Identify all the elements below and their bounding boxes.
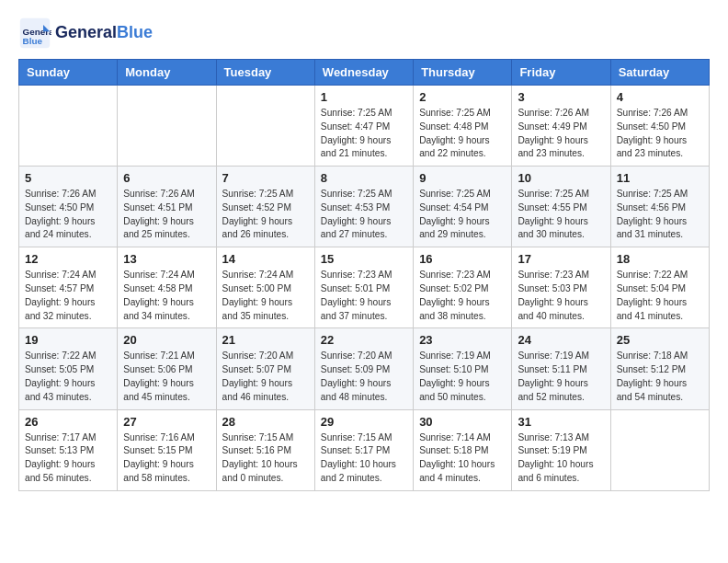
day-number: 20 (123, 333, 210, 347)
day-number: 9 (419, 171, 506, 185)
day-info: Sunrise: 7:23 AM Sunset: 5:02 PM Dayligh… (419, 269, 506, 323)
day-number: 1 (321, 90, 407, 104)
calendar-cell: 17Sunrise: 7:23 AM Sunset: 5:03 PM Dayli… (512, 247, 610, 328)
day-number: 31 (518, 415, 604, 429)
day-info: Sunrise: 7:25 AM Sunset: 4:53 PM Dayligh… (321, 188, 407, 242)
weekday-header-thursday: Thursday (414, 60, 512, 86)
day-number: 24 (518, 333, 604, 347)
day-number: 21 (222, 333, 309, 347)
day-info: Sunrise: 7:24 AM Sunset: 4:58 PM Dayligh… (123, 269, 210, 323)
day-info: Sunrise: 7:24 AM Sunset: 4:57 PM Dayligh… (25, 269, 111, 323)
calendar-cell: 30Sunrise: 7:14 AM Sunset: 5:18 PM Dayli… (414, 409, 512, 490)
day-number: 7 (222, 171, 309, 185)
calendar-cell: 1Sunrise: 7:25 AM Sunset: 4:47 PM Daylig… (314, 86, 413, 167)
calendar-cell: 11Sunrise: 7:25 AM Sunset: 4:56 PM Dayli… (610, 167, 709, 247)
day-info: Sunrise: 7:25 AM Sunset: 4:56 PM Dayligh… (617, 188, 703, 242)
day-number: 6 (123, 171, 210, 185)
calendar-cell: 6Sunrise: 7:26 AM Sunset: 4:51 PM Daylig… (118, 167, 216, 247)
day-info: Sunrise: 7:26 AM Sunset: 4:51 PM Dayligh… (123, 188, 210, 242)
calendar-cell: 27Sunrise: 7:16 AM Sunset: 5:15 PM Dayli… (118, 409, 216, 490)
day-number: 18 (617, 252, 703, 266)
day-info: Sunrise: 7:22 AM Sunset: 5:04 PM Dayligh… (617, 269, 703, 323)
logo-icon: General Blue (18, 17, 51, 50)
week-row-2: 5Sunrise: 7:26 AM Sunset: 4:50 PM Daylig… (19, 167, 710, 247)
calendar-cell (19, 86, 118, 167)
weekday-header-monday: Monday (118, 60, 216, 86)
weekday-header-wednesday: Wednesday (314, 60, 413, 86)
weekday-header-row: SundayMondayTuesdayWednesdayThursdayFrid… (19, 60, 710, 86)
day-info: Sunrise: 7:20 AM Sunset: 5:09 PM Dayligh… (321, 350, 407, 404)
day-info: Sunrise: 7:22 AM Sunset: 5:05 PM Dayligh… (25, 350, 111, 404)
logo-text: GeneralBlue (55, 24, 153, 42)
calendar-cell (118, 86, 216, 167)
day-number: 2 (419, 90, 506, 104)
calendar-table: SundayMondayTuesdayWednesdayThursdayFrid… (18, 59, 710, 491)
calendar-cell: 2Sunrise: 7:25 AM Sunset: 4:48 PM Daylig… (414, 86, 512, 167)
weekday-header-sunday: Sunday (19, 60, 118, 86)
day-number: 22 (321, 333, 407, 347)
calendar-cell: 20Sunrise: 7:21 AM Sunset: 5:06 PM Dayli… (118, 328, 216, 409)
day-number: 11 (617, 171, 703, 185)
calendar-cell: 25Sunrise: 7:18 AM Sunset: 5:12 PM Dayli… (610, 328, 709, 409)
calendar-cell: 26Sunrise: 7:17 AM Sunset: 5:13 PM Dayli… (19, 409, 118, 490)
day-number: 10 (518, 171, 604, 185)
day-number: 27 (123, 415, 210, 429)
day-number: 14 (222, 252, 309, 266)
day-info: Sunrise: 7:25 AM Sunset: 4:47 PM Dayligh… (321, 107, 407, 161)
calendar-cell: 3Sunrise: 7:26 AM Sunset: 4:49 PM Daylig… (512, 86, 610, 167)
day-number: 23 (419, 333, 506, 347)
calendar-cell: 12Sunrise: 7:24 AM Sunset: 4:57 PM Dayli… (19, 247, 118, 328)
calendar-cell (216, 86, 314, 167)
calendar-cell: 18Sunrise: 7:22 AM Sunset: 5:04 PM Dayli… (610, 247, 709, 328)
calendar-cell: 13Sunrise: 7:24 AM Sunset: 4:58 PM Dayli… (118, 247, 216, 328)
day-info: Sunrise: 7:14 AM Sunset: 5:18 PM Dayligh… (419, 431, 506, 486)
day-info: Sunrise: 7:15 AM Sunset: 5:16 PM Dayligh… (222, 431, 309, 486)
day-info: Sunrise: 7:15 AM Sunset: 5:17 PM Dayligh… (321, 431, 407, 486)
day-info: Sunrise: 7:25 AM Sunset: 4:48 PM Dayligh… (419, 107, 506, 161)
day-info: Sunrise: 7:17 AM Sunset: 5:13 PM Dayligh… (25, 431, 111, 486)
day-number: 4 (617, 90, 703, 104)
calendar-cell: 14Sunrise: 7:24 AM Sunset: 5:00 PM Dayli… (216, 247, 314, 328)
calendar-cell: 5Sunrise: 7:26 AM Sunset: 4:50 PM Daylig… (19, 167, 118, 247)
calendar-cell: 16Sunrise: 7:23 AM Sunset: 5:02 PM Dayli… (414, 247, 512, 328)
calendar-cell: 15Sunrise: 7:23 AM Sunset: 5:01 PM Dayli… (314, 247, 413, 328)
day-info: Sunrise: 7:19 AM Sunset: 5:11 PM Dayligh… (518, 350, 604, 404)
week-row-4: 19Sunrise: 7:22 AM Sunset: 5:05 PM Dayli… (19, 328, 710, 409)
day-number: 12 (25, 252, 111, 266)
calendar-cell: 10Sunrise: 7:25 AM Sunset: 4:55 PM Dayli… (512, 167, 610, 247)
calendar-cell: 31Sunrise: 7:13 AM Sunset: 5:19 PM Dayli… (512, 409, 610, 490)
day-number: 28 (222, 415, 309, 429)
day-number: 13 (123, 252, 210, 266)
week-row-5: 26Sunrise: 7:17 AM Sunset: 5:13 PM Dayli… (19, 409, 710, 490)
day-number: 15 (321, 252, 407, 266)
week-row-1: 1Sunrise: 7:25 AM Sunset: 4:47 PM Daylig… (19, 86, 710, 167)
day-number: 19 (25, 333, 111, 347)
day-info: Sunrise: 7:18 AM Sunset: 5:12 PM Dayligh… (617, 350, 703, 404)
calendar-cell: 21Sunrise: 7:20 AM Sunset: 5:07 PM Dayli… (216, 328, 314, 409)
day-number: 8 (321, 171, 407, 185)
day-number: 3 (518, 90, 604, 104)
calendar-cell: 29Sunrise: 7:15 AM Sunset: 5:17 PM Dayli… (314, 409, 413, 490)
weekday-header-tuesday: Tuesday (216, 60, 314, 86)
day-info: Sunrise: 7:21 AM Sunset: 5:06 PM Dayligh… (123, 350, 210, 404)
day-info: Sunrise: 7:20 AM Sunset: 5:07 PM Dayligh… (222, 350, 309, 404)
day-info: Sunrise: 7:13 AM Sunset: 5:19 PM Dayligh… (518, 431, 604, 486)
calendar-cell (610, 409, 709, 490)
logo-line1: General (55, 23, 117, 41)
day-number: 25 (617, 333, 703, 347)
day-number: 16 (419, 252, 506, 266)
calendar-cell: 19Sunrise: 7:22 AM Sunset: 5:05 PM Dayli… (19, 328, 118, 409)
day-info: Sunrise: 7:25 AM Sunset: 4:55 PM Dayligh… (518, 188, 604, 242)
day-info: Sunrise: 7:23 AM Sunset: 5:03 PM Dayligh… (518, 269, 604, 323)
day-number: 5 (25, 171, 111, 185)
calendar-cell: 4Sunrise: 7:26 AM Sunset: 4:50 PM Daylig… (610, 86, 709, 167)
calendar-cell: 28Sunrise: 7:15 AM Sunset: 5:16 PM Dayli… (216, 409, 314, 490)
day-info: Sunrise: 7:16 AM Sunset: 5:15 PM Dayligh… (123, 431, 210, 486)
weekday-header-friday: Friday (512, 60, 610, 86)
day-info: Sunrise: 7:23 AM Sunset: 5:01 PM Dayligh… (321, 269, 407, 323)
day-number: 30 (419, 415, 506, 429)
day-info: Sunrise: 7:26 AM Sunset: 4:50 PM Dayligh… (25, 188, 111, 242)
calendar-cell: 9Sunrise: 7:25 AM Sunset: 4:54 PM Daylig… (414, 167, 512, 247)
day-number: 26 (25, 415, 111, 429)
calendar-cell: 22Sunrise: 7:20 AM Sunset: 5:09 PM Dayli… (314, 328, 413, 409)
